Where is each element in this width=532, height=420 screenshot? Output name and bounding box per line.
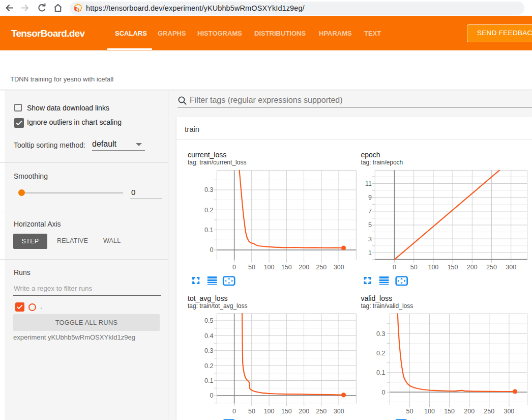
svg-text:1: 1: [368, 249, 372, 257]
svg-text:300: 300: [334, 264, 344, 271]
svg-text:250: 250: [316, 408, 327, 415]
svg-text:100: 100: [424, 408, 435, 415]
svg-text:3: 3: [368, 236, 372, 243]
svg-text:200: 200: [467, 264, 478, 271]
svg-text:200: 200: [299, 408, 309, 415]
svg-text:11: 11: [365, 180, 372, 187]
svg-text:300: 300: [334, 408, 344, 415]
svg-text:0.2: 0.2: [204, 207, 213, 214]
svg-text:50: 50: [406, 408, 413, 415]
svg-text:150: 150: [448, 264, 458, 271]
svg-text:50: 50: [248, 264, 255, 271]
svg-text:150: 150: [281, 264, 292, 271]
svg-text:0.2: 0.2: [204, 362, 213, 370]
svg-text:100: 100: [264, 264, 275, 271]
svg-text:200: 200: [464, 408, 475, 415]
svg-text:0: 0: [382, 389, 386, 396]
svg-text:100: 100: [264, 408, 275, 415]
svg-text:0: 0: [210, 392, 214, 399]
svg-text:50: 50: [410, 264, 418, 271]
svg-text:0.5: 0.5: [204, 317, 213, 324]
svg-text:250: 250: [484, 408, 494, 415]
svg-text:9: 9: [368, 194, 372, 201]
svg-text:300: 300: [506, 264, 516, 271]
svg-text:150: 150: [281, 408, 292, 415]
svg-text:0.1: 0.1: [376, 369, 385, 376]
svg-text:5: 5: [368, 221, 372, 229]
svg-text:0: 0: [232, 264, 236, 271]
svg-text:0.3: 0.3: [376, 330, 385, 338]
svg-text:0: 0: [393, 264, 396, 271]
svg-text:0.3: 0.3: [204, 347, 213, 354]
svg-text:100: 100: [428, 264, 438, 271]
svg-text:250: 250: [316, 264, 327, 271]
svg-text:7: 7: [368, 208, 372, 215]
svg-text:200: 200: [299, 264, 309, 271]
svg-text:0: 0: [210, 246, 214, 254]
svg-text:50: 50: [248, 408, 255, 415]
svg-text:300: 300: [504, 408, 514, 415]
svg-text:250: 250: [486, 264, 497, 271]
svg-text:0.3: 0.3: [204, 186, 213, 193]
svg-text:0.2: 0.2: [376, 350, 385, 357]
svg-text:0.1: 0.1: [204, 377, 213, 384]
svg-text:0.1: 0.1: [204, 227, 213, 234]
svg-text:0.4: 0.4: [204, 332, 213, 340]
svg-text:150: 150: [444, 408, 455, 415]
svg-text:0: 0: [232, 408, 236, 415]
